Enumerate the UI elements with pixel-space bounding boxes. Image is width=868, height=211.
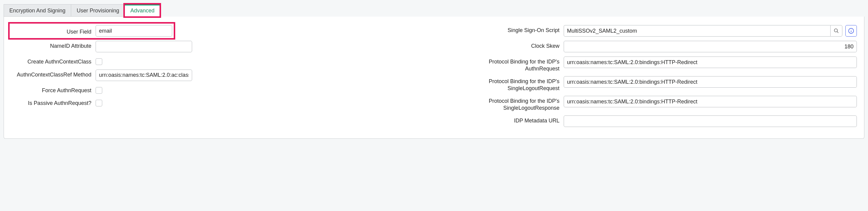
idp-metadata-url-label: IDP Metadata URL: [455, 115, 564, 124]
protocol-binding-slo-request-input[interactable]: [564, 76, 857, 88]
info-icon: [848, 28, 854, 34]
search-icon: [834, 28, 839, 33]
force-authnrequest-checkbox[interactable]: [96, 87, 102, 94]
create-authncontextclass-label: Create AuthnContextClass: [11, 56, 96, 65]
clock-skew-input[interactable]: [564, 41, 857, 52]
is-passive-authnrequest-label: Is Passive AuthnRequest?: [11, 98, 96, 107]
sso-script-input[interactable]: [564, 25, 830, 36]
is-passive-authnrequest-checkbox[interactable]: [96, 100, 102, 106]
user-field-label: User Field: [11, 27, 96, 35]
sso-script-info-button[interactable]: [845, 25, 857, 36]
user-field-input[interactable]: [96, 25, 172, 36]
authncontextclassref-method-label: AuthnContextClassRef Method: [11, 70, 96, 78]
protocol-binding-authnrequest-label: Protocol Binding for the IDP's AuthnRequ…: [455, 56, 564, 72]
sso-script-lookup-button[interactable]: [830, 25, 842, 36]
sso-script-label: Single Sign-On Script: [455, 25, 564, 34]
tab-encryption-and-signing[interactable]: Encryption And Signing: [4, 4, 71, 17]
tab-bar: Encryption And Signing User Provisioning…: [4, 4, 864, 17]
tab-user-provisioning[interactable]: User Provisioning: [71, 4, 125, 17]
protocol-binding-authnrequest-input[interactable]: [564, 56, 857, 68]
protocol-binding-slo-request-label: Protocol Binding for the IDP's SingleLog…: [455, 76, 564, 91]
nameid-attribute-label: NameID Attribute: [11, 41, 96, 50]
idp-metadata-url-input[interactable]: [564, 115, 857, 127]
advanced-panel: User Field NameID Attribute Create Authn…: [4, 17, 864, 139]
clock-skew-label: Clock Skew: [455, 41, 564, 50]
tab-advanced[interactable]: Advanced: [125, 4, 160, 17]
svg-point-0: [834, 29, 838, 32]
force-authnrequest-label: Force AuthnRequest: [11, 85, 96, 94]
create-authncontextclass-checkbox[interactable]: [96, 58, 102, 65]
svg-point-4: [851, 30, 851, 30]
svg-line-1: [837, 31, 838, 33]
authncontextclassref-method-input[interactable]: [96, 70, 192, 81]
protocol-binding-slo-response-input[interactable]: [564, 96, 857, 107]
protocol-binding-slo-response-label: Protocol Binding for the IDP's SingleLog…: [455, 96, 564, 111]
nameid-attribute-input[interactable]: [96, 41, 192, 52]
